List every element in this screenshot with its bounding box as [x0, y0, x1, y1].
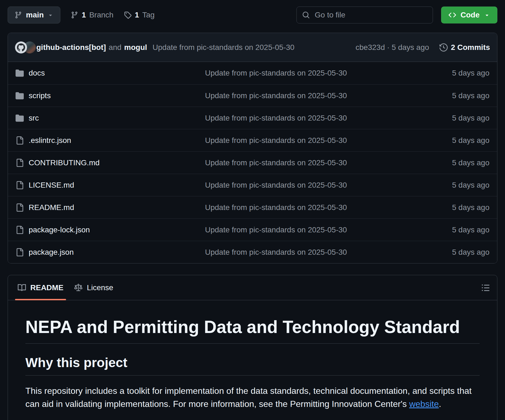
repo-toolbar: main 1 Branch 1 Tag Code: [8, 7, 497, 23]
folder-icon: [16, 92, 24, 100]
git-branch-icon: [14, 11, 22, 19]
row-age: 5 days ago: [452, 114, 489, 122]
commit-author-secondary[interactable]: mogul: [124, 43, 147, 52]
row-age: 5 days ago: [452, 203, 489, 212]
git-branch-icon: [71, 11, 78, 19]
tag-icon: [124, 11, 132, 19]
latest-commit-bar: github-actions[bot] and mogul Update fro…: [8, 33, 497, 62]
file-icon: [16, 159, 24, 167]
tab-license-label: License: [87, 283, 113, 292]
readme-section-heading: Why this project: [25, 355, 480, 376]
website-link[interactable]: website: [409, 399, 439, 409]
readme-tabbar: README License: [8, 275, 497, 300]
commit-avatars: [15, 41, 36, 53]
row-commit-message-link[interactable]: Update from pic-standards on 2025-05-30: [205, 226, 347, 234]
folder-icon: [16, 69, 24, 77]
history-icon: [439, 43, 448, 52]
row-commit-message-link[interactable]: Update from pic-standards on 2025-05-30: [205, 91, 347, 100]
tag-count-label: Tag: [142, 11, 155, 19]
file-name-link[interactable]: docs: [29, 69, 45, 77]
branch-selector-button[interactable]: main: [8, 7, 60, 23]
code-button[interactable]: Code: [441, 7, 497, 23]
commit-author-primary[interactable]: github-actions[bot]: [36, 43, 106, 52]
file-name-link[interactable]: .eslintrc.json: [29, 136, 71, 145]
file-name-link[interactable]: package-lock.json: [29, 226, 90, 234]
paragraph-text-end: .: [439, 399, 441, 409]
file-name-link[interactable]: LICENSE.md: [29, 181, 74, 190]
readme-paragraph: This repository includes a toolkit for i…: [25, 384, 480, 410]
row-age: 5 days ago: [452, 158, 489, 167]
commit-message-link[interactable]: Update from pic-standards on 2025-05-30: [153, 43, 295, 52]
current-branch-label: main: [26, 11, 44, 19]
table-row[interactable]: src Update from pic-standards on 2025-05…: [8, 107, 497, 129]
row-commit-message-link[interactable]: Update from pic-standards on 2025-05-30: [205, 248, 347, 256]
commit-sha: cbe323d: [356, 43, 385, 52]
list-unordered-icon: [481, 283, 490, 292]
table-row[interactable]: package.json Update from pic-standards o…: [8, 241, 497, 263]
file-name-link[interactable]: scripts: [29, 91, 51, 100]
tab-readme-label: README: [30, 283, 63, 292]
file-icon: [16, 203, 24, 212]
table-row[interactable]: .eslintrc.json Update from pic-standards…: [8, 129, 497, 151]
row-age: 5 days ago: [452, 91, 489, 100]
chevron-down-icon: [484, 12, 490, 18]
code-button-label: Code: [461, 11, 480, 19]
row-commit-message-link[interactable]: Update from pic-standards on 2025-05-30: [205, 181, 347, 189]
row-age: 5 days ago: [452, 248, 489, 256]
table-row[interactable]: LICENSE.md Update from pic-standards on …: [8, 174, 497, 196]
go-to-file-input[interactable]: [314, 10, 427, 20]
readme-panel: README License NEPA and Permitting Data …: [8, 275, 497, 420]
file-name-link[interactable]: package.json: [29, 248, 74, 257]
row-commit-message-link[interactable]: Update from pic-standards on 2025-05-30: [205, 158, 347, 167]
dot-separator: ·: [387, 43, 390, 52]
branch-count-label: Branch: [89, 11, 114, 19]
bot-avatar[interactable]: [15, 41, 27, 53]
table-row[interactable]: README.md Update from pic-standards on 2…: [8, 196, 497, 218]
book-icon: [18, 284, 26, 292]
go-to-file-search[interactable]: [296, 7, 433, 23]
file-name-link[interactable]: CONTRIBUTING.md: [29, 158, 100, 167]
commit-time: 5 days ago: [392, 43, 429, 52]
row-age: 5 days ago: [452, 226, 489, 234]
row-age: 5 days ago: [452, 181, 489, 189]
author-conjunction: and: [109, 43, 121, 52]
commits-count: 2: [451, 43, 455, 52]
file-icon: [16, 226, 24, 234]
table-row[interactable]: CONTRIBUTING.md Update from pic-standard…: [8, 151, 497, 174]
row-age: 5 days ago: [452, 69, 489, 77]
table-row[interactable]: docs Update from pic-standards on 2025-0…: [8, 62, 497, 84]
branches-link[interactable]: 1 Branch: [71, 11, 113, 19]
row-commit-message-link[interactable]: Update from pic-standards on 2025-05-30: [205, 114, 347, 122]
readme-title: NEPA and Permitting Data and Technology …: [25, 316, 480, 344]
row-commit-message-link[interactable]: Update from pic-standards on 2025-05-30: [205, 69, 347, 77]
file-name-link[interactable]: README.md: [29, 203, 74, 212]
law-icon: [74, 284, 82, 292]
search-icon: [302, 11, 310, 19]
file-table: github-actions[bot] and mogul Update fro…: [8, 33, 497, 263]
file-icon: [16, 136, 24, 145]
table-row[interactable]: package-lock.json Update from pic-standa…: [8, 218, 497, 241]
readme-content: NEPA and Permitting Data and Technology …: [8, 300, 497, 420]
file-list: docs Update from pic-standards on 2025-0…: [8, 62, 497, 263]
tags-link[interactable]: 1 Tag: [124, 11, 155, 19]
paragraph-text: This repository includes a toolkit for i…: [25, 386, 472, 409]
table-row[interactable]: scripts Update from pic-standards on 202…: [8, 84, 497, 107]
file-icon: [16, 248, 24, 256]
tab-license[interactable]: License: [69, 275, 119, 300]
commits-label: Commits: [457, 43, 490, 52]
row-age: 5 days ago: [452, 136, 489, 145]
branch-count: 1: [82, 11, 86, 19]
code-icon: [448, 11, 456, 19]
row-commit-message-link[interactable]: Update from pic-standards on 2025-05-30: [205, 136, 347, 145]
outline-button[interactable]: [479, 281, 493, 295]
file-icon: [16, 181, 24, 189]
chevron-down-icon: [47, 12, 54, 18]
octocat-icon: [17, 43, 25, 52]
folder-icon: [16, 114, 24, 122]
commit-sha-link[interactable]: cbe323d · 5 days ago: [356, 43, 429, 52]
tab-readme[interactable]: README: [12, 275, 69, 300]
commit-history-link[interactable]: 2 Commits: [439, 43, 490, 52]
tag-count: 1: [135, 11, 139, 19]
file-name-link[interactable]: src: [29, 114, 39, 122]
row-commit-message-link[interactable]: Update from pic-standards on 2025-05-30: [205, 203, 347, 212]
